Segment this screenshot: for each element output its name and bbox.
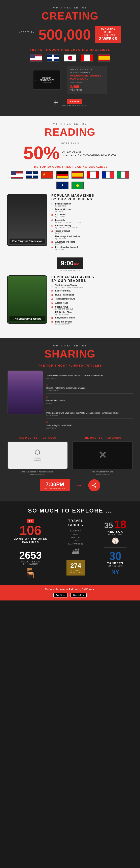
explore-title: SO MUCH TO EXPLORE ... <box>4 507 136 514</box>
flag-australia-reading <box>56 182 68 189</box>
list-item: 5 Photo of the Dayby NATIONAL GEOGRAPHIC <box>51 224 133 229</box>
yankees-icon: NY <box>104 569 127 575</box>
yankees-label: YANKEES <box>104 562 127 565</box>
sharing-footer: 7:00PM TOP TIME FOR SHARING → <box>4 479 136 491</box>
stat-box-top: MAGAZINES CREATED <box>98 28 118 34</box>
time-creating-label: 9:00AM <box>70 100 79 103</box>
reading-stat-line2: ARE READING MAGAZINES EVERYDAY <box>62 153 117 156</box>
svg-line-3 <box>93 484 96 485</box>
got-label: GAME OF THRONES FANZINES <box>13 537 47 544</box>
publishers-ul: 1 Pedal Perfectionby ESQUIRE 2 Women We … <box>51 203 133 250</box>
footer-text: Made with Love in Palo Alto, California. <box>4 588 136 591</box>
most-articles-box: THE MAGAZINE WITH THE MOST ARTICLES MODE… <box>67 66 107 94</box>
items-label: ITEMS ADDED <box>70 89 104 91</box>
time-sharing-label: 7:00PM <box>43 481 66 488</box>
audio-tablet: ✕ <box>72 441 133 469</box>
explore-got-col: G•T 106 GAME OF THRONES FANZINES 2653 MA… <box>13 519 47 579</box>
store-badges: App Store Google Play <box>4 593 136 597</box>
list-item: 1 The Interesting Thingsby INTERESTING E… <box>51 284 133 288</box>
reading-countries-title: THE TOP 10 COUNTRIES READING MAGAZINES <box>4 165 136 168</box>
time-reading-block: 9:00AM TOP TIME FOR READING <box>4 257 136 271</box>
articles-list: 1 28 Interesting Beautiful Places You Wo… <box>46 370 133 433</box>
section-creating: WHAT PEOPLE ARE CREATING MORE THAN → 500… <box>0 0 140 116</box>
time-sharing-badge: 7:00PM TOP TIME FOR SHARING <box>40 479 70 491</box>
section3-title: SHARING <box>4 348 136 360</box>
section1-title: CREATING <box>4 10 136 22</box>
flag-uk-reading <box>26 171 38 179</box>
flag-japan <box>64 54 76 62</box>
big-number: 500,000 <box>38 27 91 42</box>
video-drawing-icon: ⬡ <box>35 448 40 456</box>
travel-cities: BARCELONAPARISNEW YORKTOKYOSAN FRANCISCO <box>66 529 85 546</box>
publishers-section: The Esquire Interviews POPULAR MAGAZINES… <box>4 194 136 253</box>
list-item: 9 Everything I've Learnedby ESQUIRE <box>51 246 133 250</box>
audio-inner: ✕ <box>73 442 133 469</box>
section-explore: SO MUCH TO EXPLORE ... G•T 106 GAME OF T… <box>0 501 140 585</box>
red-sox-icon: ⚾ <box>104 537 127 544</box>
flag-usa <box>30 54 42 62</box>
video-label: THE MOST FLIPPED VIDEO <box>7 437 68 439</box>
section3-label: WHAT PEOPLE ARE <box>4 344 136 347</box>
coffee-unit2: MAGAZINES <box>69 571 82 574</box>
section2-title: READING <box>4 126 136 138</box>
list-item: 3 Ski Diariesby ESQUIRE <box>51 214 133 218</box>
esquire-cover: The Esquire Interviews <box>8 195 47 245</box>
app-store-badge[interactable]: App Store <box>53 593 67 597</box>
time-sharing-sub: TOP TIME FOR SHARING <box>43 488 66 489</box>
time-reading-sub: TOP TIME FOR READING <box>4 270 136 271</box>
most-articles-sub: THE MOST ARTICLES <box>70 71 104 73</box>
audio-title: The Art 'Scandal' Gift Gits <box>72 471 133 473</box>
flags-grid-reading <box>4 171 136 189</box>
audio-label: THE MOST FLIPPED AUDIO <box>72 437 133 439</box>
yankees-num: 30 <box>104 551 127 562</box>
reading-stat-block: MORE THAN 50% OF 2.0 USERS ARE READING M… <box>4 142 136 161</box>
article-item: 4 Photographer David Clue Makes the Paci… <box>46 408 133 418</box>
reading-stat-line1: OF 2.0 USERS <box>62 150 117 153</box>
video-title: The True Science of Parallel Universes <box>7 471 68 473</box>
readers-ul: 1 The Interesting Thingsby INTERESTING E… <box>51 284 133 325</box>
flag-brazil-reading <box>72 182 84 189</box>
share-icon <box>88 479 100 491</box>
explore-grid: G•T 106 GAME OF THRONES FANZINES 2653 MA… <box>4 519 136 579</box>
yankees-sub: MAGAZINES <box>104 565 127 567</box>
section2-label: WHAT PEOPLE ARE <box>4 122 136 125</box>
list-item: 8 Encyclopedia of Life <box>51 317 133 319</box>
education-sub: EDUCATION <box>13 563 47 565</box>
most-articles-label: THE MAGAZINE WITH <box>70 69 104 71</box>
most-articles-title: MODERN GENTLEMEN'S PLAYGROUND <box>70 74 104 80</box>
flipped-articles: 1 28 Interesting Beautiful Places You Wo… <box>4 370 136 433</box>
list-item: 1 Pedal Perfectionby ESQUIRE <box>51 203 133 207</box>
coffee-badge: 274 COFFEE MAGAZINES <box>66 560 85 576</box>
tablet-creating: MODERNGENTLEMEN'S highsnobiety <box>33 70 61 90</box>
readers-label: POPULAR MAGAZINES BY OUR READERS <box>51 275 133 283</box>
magazine-feature: MODERNGENTLEMEN'S highsnobiety THE MAGAZ… <box>4 66 136 94</box>
tablet-home-btn-interesting <box>25 318 29 322</box>
time-reading-num: 9:00 <box>61 259 74 267</box>
list-item: 8 Adventure Trip Ideasby AFAR <box>51 241 133 245</box>
article-item: 3 Fashion Zen-Sations BWBC <box>46 395 133 406</box>
stat-box: MAGAZINES CREATED IN THE LAST 2 WEEKS <box>95 26 121 43</box>
list-item: 6 Tricks of Travelby AFAR <box>51 230 133 234</box>
building-icon: 🏙 <box>66 548 85 556</box>
red-sox-row: 35 18 <box>104 519 127 530</box>
audio-source: by SAVOR MUSIC <box>72 473 133 475</box>
list-item: 2 Women We Loveby OPRAH <box>51 208 133 212</box>
flag-china-reading <box>41 171 53 179</box>
education-label: MAGAZINES ON <box>13 560 47 563</box>
red-sox-pre: 35 <box>104 521 113 529</box>
arrow-sharing-icon: → <box>76 482 82 489</box>
section-reading: WHAT PEOPLE ARE READING MORE THAN 50% OF… <box>0 116 140 338</box>
more-than-label: MORE THAN → <box>19 31 34 38</box>
flag-usa-reading <box>11 171 23 179</box>
flag-canada-reading <box>87 171 99 179</box>
video-tablet: ⬡ physicsdiagram <box>7 441 68 469</box>
stat-box-mid: IN THE LAST <box>98 34 118 36</box>
coffee-unit: COFFEE <box>69 569 82 571</box>
reading-pct: 50% <box>23 145 60 161</box>
audio-box: THE MOST FLIPPED AUDIO ✕ The Art 'Scanda… <box>72 437 133 475</box>
flag-germany-reading <box>56 171 68 179</box>
time-creating-row: + 9:00AM TOP TIME FOR CREATING <box>4 98 136 107</box>
google-play-badge[interactable]: Google Play <box>71 593 87 597</box>
explore-sports-col: 35 18 RED SOX MAGAZINES ⚾ 30 YANKEES MAG… <box>104 519 127 577</box>
tablet-home-btn-esquire <box>25 240 29 244</box>
